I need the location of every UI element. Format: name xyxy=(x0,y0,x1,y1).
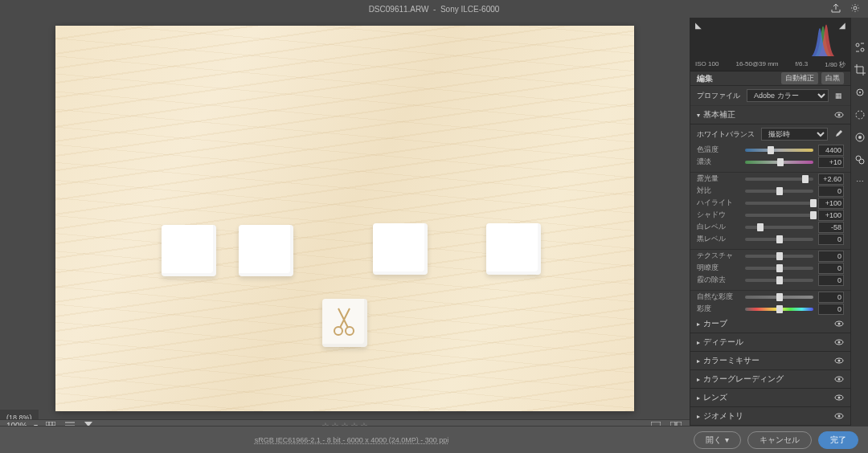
slider-track[interactable] xyxy=(745,267,813,270)
list-icon[interactable] xyxy=(63,420,76,426)
share-icon[interactable] xyxy=(831,3,841,14)
slider-track[interactable] xyxy=(745,178,813,181)
crop-tool-icon[interactable] xyxy=(854,64,866,77)
profile-browse-icon[interactable]: ▦ xyxy=(833,90,844,101)
compare-view-icon[interactable] xyxy=(669,420,683,426)
profile-select[interactable]: Adobe カラー xyxy=(747,89,829,102)
bw-button[interactable]: 白黒 xyxy=(821,72,844,84)
slider-track[interactable] xyxy=(745,149,813,152)
star-icon[interactable]: ☆ xyxy=(360,421,368,426)
redeye-tool-icon[interactable] xyxy=(854,132,866,145)
tool-rail: ⋯ xyxy=(850,18,868,426)
slider-thumb[interactable] xyxy=(810,211,817,219)
photo-preview[interactable] xyxy=(55,26,634,411)
eye-icon[interactable] xyxy=(834,394,844,402)
single-view-icon[interactable] xyxy=(649,420,662,426)
slider-value[interactable]: +100 xyxy=(818,210,844,221)
slider-track[interactable] xyxy=(745,202,813,205)
filter-icon[interactable] xyxy=(83,420,94,426)
star-icon[interactable]: ☆ xyxy=(341,421,349,426)
slider-track[interactable] xyxy=(745,308,813,311)
svg-rect-3 xyxy=(46,422,55,426)
done-button[interactable]: 完了 xyxy=(818,431,858,449)
svg-point-22 xyxy=(861,48,864,51)
slider-value[interactable]: 0 xyxy=(818,186,844,197)
slider-thumb[interactable] xyxy=(776,252,783,260)
slider-thumb[interactable] xyxy=(810,199,817,207)
chevron-down-icon[interactable]: ▾ xyxy=(34,422,38,426)
edit-tool-icon[interactable] xyxy=(854,42,866,55)
slider-value[interactable]: +2.60 xyxy=(818,173,844,185)
image-info[interactable]: sRGB IEC61966-2.1 - 8 bit - 6000 x 4000 … xyxy=(255,436,449,444)
slider-row: ハイライト+100 xyxy=(690,197,850,209)
slider-value[interactable]: +100 xyxy=(818,198,844,209)
slider-value[interactable]: 0 xyxy=(818,292,844,303)
slider-track[interactable] xyxy=(745,279,813,282)
slider-track[interactable] xyxy=(745,226,813,229)
eye-icon[interactable] xyxy=(834,111,844,120)
photo-object xyxy=(239,225,293,276)
eye-icon[interactable] xyxy=(834,375,844,384)
section-header[interactable]: ▸ジオメトリ xyxy=(690,407,850,426)
slider-thumb[interactable] xyxy=(776,276,783,284)
basic-section-header[interactable]: ▾ 基本補正 xyxy=(690,106,850,124)
section-header[interactable]: ▸カーブ xyxy=(690,315,850,333)
slider-value[interactable]: 0 xyxy=(818,251,844,262)
slider-track[interactable] xyxy=(745,214,813,217)
preset-tool-icon[interactable] xyxy=(854,154,866,167)
more-tool-icon[interactable]: ⋯ xyxy=(856,177,864,186)
cancel-button[interactable]: キャンセル xyxy=(747,431,812,449)
slider-value[interactable]: -58 xyxy=(818,222,844,233)
slider-track[interactable] xyxy=(745,255,813,258)
slider-thumb[interactable] xyxy=(776,305,783,313)
shutter-value: 1/80 秒 xyxy=(825,60,845,69)
slider-label: 色温度 xyxy=(697,145,740,155)
mask-tool-icon[interactable] xyxy=(854,109,866,122)
eye-icon[interactable] xyxy=(834,320,844,329)
slider-value[interactable]: 0 xyxy=(818,263,844,274)
slider-thumb[interactable] xyxy=(776,293,783,301)
rating-stars[interactable]: ☆ ☆ ☆ ☆ ☆ xyxy=(321,421,368,426)
slider-thumb[interactable] xyxy=(776,264,783,272)
eye-icon[interactable] xyxy=(834,338,844,347)
gear-icon[interactable] xyxy=(850,3,860,14)
slider-thumb[interactable] xyxy=(768,146,774,154)
section-header[interactable]: ▸カラーミキサー xyxy=(690,352,850,370)
svg-rect-5 xyxy=(670,422,675,426)
section-header[interactable]: ▸レンズ xyxy=(690,389,850,407)
heal-tool-icon[interactable] xyxy=(854,87,866,100)
slider-thumb[interactable] xyxy=(757,223,764,231)
eyedropper-icon[interactable] xyxy=(833,129,844,140)
wb-select[interactable]: 撮影時 xyxy=(761,128,828,141)
slider-value[interactable]: 4400 xyxy=(818,145,844,156)
zoom-value[interactable]: 100% xyxy=(6,422,27,426)
star-icon[interactable]: ☆ xyxy=(350,421,358,426)
eye-icon[interactable] xyxy=(834,412,844,421)
slider-thumb[interactable] xyxy=(776,235,783,243)
slider-track[interactable] xyxy=(745,296,813,299)
open-button[interactable]: 開く ▾ xyxy=(694,431,741,449)
slider-label: 彩度 xyxy=(697,304,740,314)
title-bar: DSC09611.ARW - Sony ILCE-6000 xyxy=(0,0,868,18)
slider-track[interactable] xyxy=(745,190,813,193)
clip-shadow-icon[interactable]: ◣ xyxy=(695,21,702,30)
slider-track[interactable] xyxy=(745,238,813,241)
slider-track[interactable] xyxy=(745,161,813,164)
svg-rect-4 xyxy=(651,422,661,426)
auto-button[interactable]: 自動補正 xyxy=(781,72,818,84)
eye-icon[interactable] xyxy=(834,357,844,365)
slider-value[interactable]: 0 xyxy=(818,234,844,245)
svg-point-21 xyxy=(856,43,859,47)
star-icon[interactable]: ☆ xyxy=(321,421,330,426)
slider-value[interactable]: 0 xyxy=(818,275,844,286)
slider-value[interactable]: +10 xyxy=(818,157,844,168)
section-header[interactable]: ▸ディテール xyxy=(690,333,850,352)
slider-value[interactable]: 0 xyxy=(818,304,844,315)
grid-icon[interactable] xyxy=(44,420,57,426)
star-icon[interactable]: ☆ xyxy=(331,421,339,426)
slider-thumb[interactable] xyxy=(802,175,809,183)
slider-thumb[interactable] xyxy=(776,187,783,195)
slider-thumb[interactable] xyxy=(777,158,784,166)
histogram[interactable]: ◣ ◢ ISO 100 16-50@39 mm f/6.3 1/80 秒 xyxy=(690,18,850,71)
section-header[interactable]: ▸カラーグレーディング xyxy=(690,370,850,389)
